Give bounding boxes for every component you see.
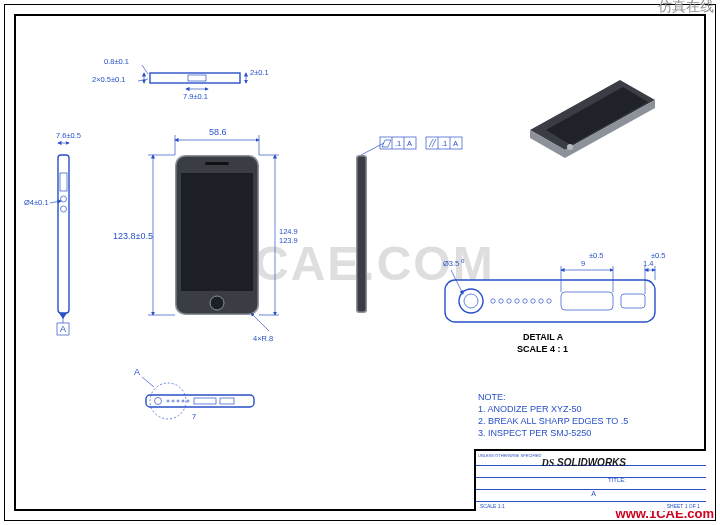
dim-front-h: 123.8±0.5 xyxy=(113,231,153,241)
dim-detail-jack: Ø3.5 0 xyxy=(443,258,465,268)
svg-line-76 xyxy=(451,270,463,294)
dim-top-h: 2±0.1 xyxy=(250,68,269,77)
dim-detail-edge: 1.4 xyxy=(643,259,653,268)
svg-rect-58 xyxy=(194,398,216,404)
svg-point-66 xyxy=(491,299,495,303)
front-view: 58.6 123.8±0.5 124.9 123.9 4×R.8 xyxy=(113,127,298,343)
svg-rect-74 xyxy=(561,292,613,310)
dim-front-in1: 124.9 xyxy=(279,227,298,236)
dim-front-in2: 123.9 xyxy=(279,236,298,245)
svg-rect-37 xyxy=(358,157,366,312)
svg-point-4 xyxy=(567,144,573,150)
detail-scale: SCALE 4 : 1 xyxy=(517,344,568,354)
notes-2: 2. BREAK ALL SHARP EDGES TO .5 xyxy=(478,416,628,426)
top-edge-view: 0.8±0.1 2×0.5±0.1 2±0.1 7.9±0.1 xyxy=(92,57,269,101)
svg-point-68 xyxy=(507,299,511,303)
svg-text:A: A xyxy=(407,139,412,148)
solidworks-logo: DS SOLIDWORKS xyxy=(542,457,626,468)
dim-top-lower: 2×0.5±0.1 xyxy=(92,75,126,84)
tb-title: TITLE: xyxy=(608,477,626,483)
svg-text:.1: .1 xyxy=(441,139,447,148)
svg-text:A: A xyxy=(134,367,140,377)
title-block: UNLESS OTHERWISE SPECIFIED DS SOLIDWORKS… xyxy=(474,449,706,511)
svg-point-67 xyxy=(499,299,503,303)
svg-rect-25 xyxy=(205,162,229,165)
svg-rect-63 xyxy=(445,280,655,322)
datum-a-side: A xyxy=(60,324,66,334)
tb-scale: SCALE 1:1 xyxy=(480,503,505,509)
dim-detail-edge-tol: ±0.5 xyxy=(651,251,666,260)
svg-point-54 xyxy=(172,400,174,402)
dim-side-dia: Ø4±0.1 xyxy=(24,198,49,207)
tb-unless: UNLESS OTHERWISE SPECIFIED xyxy=(478,453,542,458)
notes-heading: NOTE: xyxy=(478,392,506,402)
svg-rect-51 xyxy=(146,395,254,407)
dim-front-w: 58.6 xyxy=(209,127,227,137)
dim-side-w: 7.6±0.5 xyxy=(56,131,81,140)
svg-rect-75 xyxy=(621,294,645,308)
dim-bottom-hint: 7 xyxy=(192,412,196,421)
svg-point-15 xyxy=(61,206,67,212)
svg-point-71 xyxy=(531,299,535,303)
side-left-view: 7.6±0.5 Ø4±0.1 A xyxy=(24,131,81,335)
detail-label: DETAIL A xyxy=(523,332,564,342)
svg-rect-23 xyxy=(181,173,253,291)
detail-a-view: Ø3.5 0 9 ±0.5 1.4 ±0.5 DETAIL A SCALE 4 … xyxy=(443,251,666,354)
svg-line-9 xyxy=(138,79,148,81)
svg-line-35 xyxy=(251,313,269,331)
svg-point-55 xyxy=(177,400,179,402)
bottom-edge-view: A 7 xyxy=(134,367,254,421)
svg-line-17 xyxy=(50,201,61,203)
svg-text:.1: .1 xyxy=(395,139,401,148)
svg-point-57 xyxy=(187,400,189,402)
svg-point-70 xyxy=(523,299,527,303)
notes-block: NOTE: 1. ANODIZE PER XYZ-50 2. BREAK ALL… xyxy=(478,392,628,438)
notes-3: 3. INSPECT PER SMJ-5250 xyxy=(478,428,591,438)
svg-rect-59 xyxy=(220,398,234,404)
svg-point-24 xyxy=(210,296,224,310)
dim-detail-pitch-tol: ±0.5 xyxy=(589,251,604,260)
svg-marker-19 xyxy=(59,313,67,319)
svg-rect-5 xyxy=(150,73,240,83)
svg-point-65 xyxy=(464,294,478,308)
svg-point-56 xyxy=(182,400,184,402)
svg-rect-6 xyxy=(188,75,206,81)
svg-point-72 xyxy=(539,299,543,303)
svg-point-52 xyxy=(155,398,162,405)
svg-line-8 xyxy=(142,65,148,74)
drawing-canvas: 0.8±0.1 2×0.5±0.1 2±0.1 7.9±0.1 7.6±0.5 … xyxy=(0,0,720,525)
svg-line-61 xyxy=(142,377,154,387)
tb-size: A xyxy=(591,490,596,497)
dim-top-upper: 0.8±0.1 xyxy=(104,57,129,66)
tb-sheet: SHEET 1 OF 1 xyxy=(667,503,700,509)
svg-point-14 xyxy=(61,196,67,202)
svg-point-60 xyxy=(150,383,186,419)
dim-detail-pitch: 9 xyxy=(581,259,585,268)
svg-text:A: A xyxy=(453,139,458,148)
iso-view xyxy=(530,80,655,158)
svg-point-53 xyxy=(167,400,169,402)
svg-rect-13 xyxy=(60,173,67,191)
dim-front-r: 4×R.8 xyxy=(253,334,273,343)
svg-point-69 xyxy=(515,299,519,303)
dim-top-w: 7.9±0.1 xyxy=(183,92,208,101)
svg-point-73 xyxy=(547,299,551,303)
notes-1: 1. ANODIZE PER XYZ-50 xyxy=(478,404,582,414)
